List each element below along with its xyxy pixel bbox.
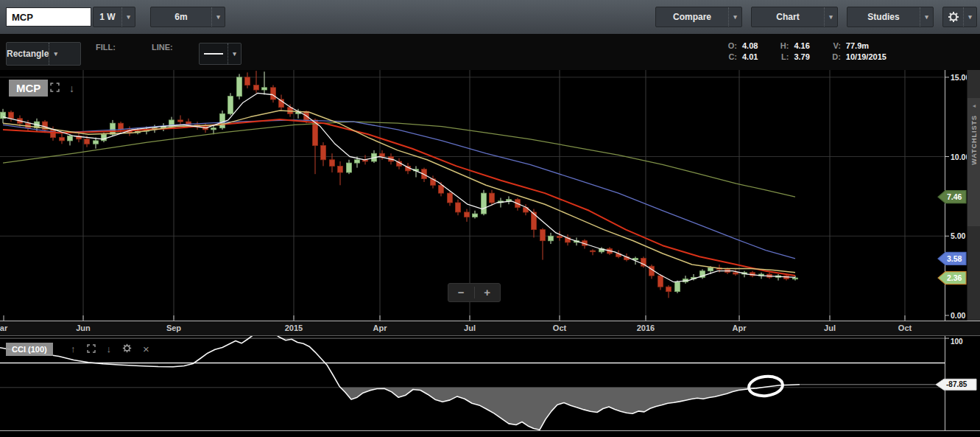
low-value: 3.79 <box>794 52 809 62</box>
candle-body <box>473 214 478 217</box>
price-tag: 2.36 <box>938 272 966 284</box>
candle-body <box>271 88 276 99</box>
settings-button[interactable]: ▾ <box>942 7 977 27</box>
candle-body <box>254 85 259 91</box>
svg-text:7.46: 7.46 <box>947 192 962 201</box>
candle-body <box>490 193 495 203</box>
chart-type-dropdown[interactable]: Chart ▾ <box>751 7 838 27</box>
candle-body <box>68 136 73 141</box>
zoom-out-button[interactable]: − <box>448 284 474 301</box>
candle-body <box>456 203 461 212</box>
ma-khaki <box>3 111 795 273</box>
chevron-down-icon: ▾ <box>54 50 58 57</box>
candle-body <box>658 276 663 287</box>
candle-body <box>557 236 563 237</box>
studies-label: Studies <box>847 12 920 22</box>
timeframe-dropdown[interactable]: 1 W ▾ <box>93 7 135 27</box>
candle-body <box>330 160 335 167</box>
high-value: 4.16 <box>794 41 809 51</box>
range-dropdown[interactable]: 6m ▾ <box>150 7 225 27</box>
cci-indicator-panel[interactable]: 100-87.85 CCI (100) ↑ ↓ × <box>0 335 980 431</box>
zoom-controls: − + <box>448 283 501 302</box>
close-label: C: <box>725 52 737 62</box>
x-axis-label: Oct <box>887 324 923 332</box>
candle-body <box>94 141 99 144</box>
studies-arrow-box[interactable]: ▾ <box>920 7 933 27</box>
range-arrow-box[interactable]: ▾ <box>211 7 225 27</box>
chevron-down-icon: ▾ <box>216 13 220 21</box>
y-axis-label: 5.00 <box>951 231 966 240</box>
candle-body <box>733 273 738 274</box>
candle-body <box>708 268 713 270</box>
ellipse-annotation[interactable] <box>748 375 783 398</box>
expand-icon[interactable] <box>87 343 96 356</box>
candle-body <box>228 97 233 114</box>
zoom-in-button[interactable]: + <box>475 284 501 301</box>
ma-white-fast <box>3 93 795 282</box>
compare-arrow-box[interactable]: ▾ <box>728 7 741 27</box>
price-tag: 7.46 <box>938 191 966 203</box>
x-axis-label: Apr <box>362 324 398 332</box>
cci-icons-row: ↑ ↓ × <box>71 343 149 356</box>
candle-body <box>540 230 546 241</box>
charting-app: 1 W ▾ 6m ▾ Compare ▾ Chart ▾ Studies ▾ <box>0 0 980 437</box>
chart-icons: ↓ <box>50 82 74 95</box>
main-chart-area[interactable]: 15.0010.005.000.007.463.582.36 MCP ↓ − +… <box>0 70 980 321</box>
panel-open-arrow-icon: ◄ <box>972 103 977 108</box>
candle-body <box>355 160 360 163</box>
draw-tool-arrow-box[interactable]: ▾ <box>49 43 62 65</box>
x-axis-label: 2015 <box>276 324 311 332</box>
line-label: LINE: <box>152 43 173 52</box>
studies-dropdown[interactable]: Studies ▾ <box>847 7 934 27</box>
chart-arrow-box[interactable]: ▾ <box>824 7 837 27</box>
line-style-icon <box>200 53 228 55</box>
candle-body <box>211 128 216 130</box>
date-label: D: <box>829 52 841 62</box>
move-up-icon[interactable]: ↑ <box>71 344 76 354</box>
chart-type-label: Chart <box>752 12 824 22</box>
x-axis-label: 2016 <box>628 324 663 332</box>
price-tag: 3.58 <box>938 252 966 265</box>
candle-body <box>60 138 65 141</box>
quote-volume-date-column: V:77.9m D:10/19/2015 <box>829 41 886 62</box>
watchlists-panel-tab[interactable]: ◄ WATCHLISTS <box>967 98 980 226</box>
range-label: 6m <box>151 12 211 22</box>
candle-body <box>675 282 680 292</box>
draw-tool-dropdown[interactable]: Rectangle ▾ <box>6 42 81 66</box>
compare-label: Compare <box>656 12 728 22</box>
line-style-arrow-box[interactable]: ▾ <box>228 43 241 64</box>
candle-body <box>51 130 56 138</box>
x-axis-label: Oct <box>542 324 577 332</box>
date-value: 10/19/2015 <box>846 52 886 62</box>
quote-open-close-column: O:4.08 C:4.01 <box>725 41 758 62</box>
cci-oversold-fill <box>0 388 800 430</box>
symbol-input[interactable] <box>6 7 91 27</box>
expand-icon[interactable] <box>50 82 60 95</box>
move-down-icon[interactable]: ↓ <box>69 83 74 94</box>
svg-text:2.36: 2.36 <box>947 273 962 282</box>
candle-body <box>9 112 14 119</box>
toolbar-right-group: Compare ▾ Chart ▾ Studies ▾ <box>655 7 977 27</box>
x-axis-strip[interactable]: arJunSep2015AprJulOct2016AprJulOct <box>0 321 980 335</box>
candle-body <box>338 166 343 172</box>
candle-body <box>666 287 671 292</box>
compare-dropdown[interactable]: Compare ▾ <box>655 7 742 27</box>
timeframe-arrow-box[interactable]: ▾ <box>121 7 135 27</box>
volume-label: V: <box>829 41 841 51</box>
x-axis-label: Jul <box>812 324 847 332</box>
gear-icon[interactable] <box>122 343 132 356</box>
next-panel-sliver <box>0 432 980 437</box>
move-down-icon[interactable]: ↓ <box>107 344 112 354</box>
volume-value: 77.9m <box>846 41 869 51</box>
candle-body <box>85 139 90 144</box>
line-style-dropdown[interactable]: ▾ <box>199 43 242 65</box>
y-axis-label: 0.00 <box>951 311 966 320</box>
candle-body <box>549 236 554 241</box>
candle-body <box>237 77 242 97</box>
close-icon[interactable]: × <box>143 344 149 354</box>
candle-body <box>347 163 352 172</box>
x-axis-label: Jul <box>452 324 487 332</box>
ma-red <box>3 119 795 276</box>
candle-body <box>591 251 596 252</box>
settings-arrow-box[interactable]: ▾ <box>963 7 976 27</box>
